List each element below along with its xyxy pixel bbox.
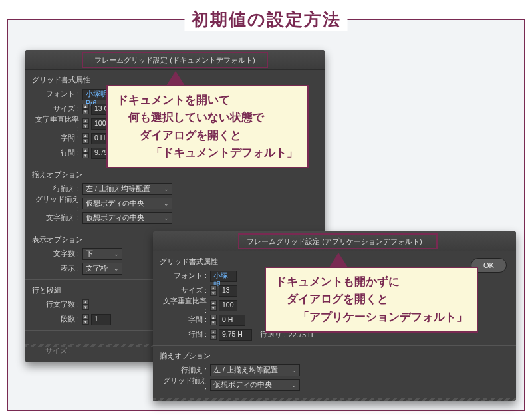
- align-heading: 揃えオプション: [32, 170, 325, 180]
- callout-line: ダイアログを開くと: [117, 127, 298, 144]
- chevron-down-icon: ⌄: [291, 367, 297, 374]
- main-title: 初期値の設定方法: [185, 8, 348, 31]
- line-gap-stepper[interactable]: ▴▾: [82, 148, 89, 158]
- callout-line: ドキュメントを開いて: [117, 92, 298, 109]
- title-highlight-box: [82, 52, 268, 68]
- char-count-select[interactable]: 下⌄: [82, 248, 122, 260]
- chevron-down-icon: ⌄: [114, 251, 119, 257]
- vscale-stepper[interactable]: ▴▾: [82, 118, 89, 129]
- chevron-down-icon: ⌄: [291, 382, 297, 388]
- grid-align-label: グリッド揃え :: [32, 195, 82, 212]
- display-value: 文字枠: [86, 264, 108, 273]
- grid-align-value: 仮想ボディの中央: [86, 199, 144, 208]
- vscale-label: 文字垂直比率 :: [32, 115, 82, 132]
- char-align-value: 仮想ボディの中央: [86, 213, 144, 223]
- vscale-stepper[interactable]: ▴▾: [210, 300, 217, 311]
- font-input[interactable]: 小塚明: [210, 271, 237, 282]
- line-align-select[interactable]: 左 / 上揃え均等配置⌄: [210, 364, 300, 376]
- font-label: フォント :: [32, 90, 82, 99]
- char-align-select[interactable]: 仮想ボディの中央⌄: [82, 212, 172, 224]
- vscale-label: 文字垂直比率 :: [160, 297, 210, 314]
- num-cols-stepper[interactable]: ▴▾: [82, 314, 89, 325]
- align-heading: 揃えオプション: [160, 351, 516, 361]
- char-align-label: 文字揃え :: [32, 213, 82, 223]
- char-count-label: 文字数 :: [32, 249, 82, 259]
- torn-edge-decoration: [153, 398, 516, 401]
- display-label: 表示 :: [32, 264, 82, 273]
- title-highlight-box: [238, 233, 438, 249]
- line-align-value: 左 / 上揃え均等配置: [86, 184, 150, 194]
- line-chars-stepper[interactable]: ▴▾: [82, 299, 89, 310]
- size-label: サイズ :: [160, 286, 210, 295]
- callout-line: ダイアログを開くと: [275, 291, 467, 308]
- size-label: サイズ :: [32, 104, 82, 114]
- aki-input[interactable]: 0 H: [219, 315, 245, 326]
- callout-line: 「ドキュメントデフォルト」: [117, 144, 298, 162]
- vscale-input[interactable]: 100: [219, 300, 237, 311]
- num-cols-input[interactable]: 1: [91, 314, 111, 325]
- chevron-down-icon: ⌄: [114, 265, 119, 272]
- callout-line: 「アプリケーションデフォルト」: [275, 309, 467, 326]
- chevron-down-icon: ⌄: [164, 200, 169, 207]
- aki-stepper[interactable]: ▴▾: [210, 315, 217, 325]
- arrow-up-icon: [329, 253, 348, 267]
- callout-application-default: ドキュメントも開かずに ダイアログを開くと 「アプリケーションデフォルト」: [265, 267, 478, 333]
- aki-label: 字間 :: [160, 315, 210, 325]
- callout-line: 何も選択していない状態で: [117, 109, 298, 126]
- display-select[interactable]: 文字枠⌄: [82, 263, 122, 275]
- callout-line: ドキュメントも開かずに: [275, 273, 467, 291]
- line-align-label: 行揃え :: [160, 366, 210, 375]
- grid-align-value: 仮想ボディの中央: [213, 380, 272, 390]
- grid-align-select[interactable]: 仮想ボディの中央⌄: [82, 198, 172, 210]
- line-gap-input[interactable]: 9.75 H: [219, 329, 252, 341]
- char-count-value: 下: [86, 249, 93, 259]
- line-gap-stepper[interactable]: ▴▾: [210, 329, 217, 340]
- aki-stepper[interactable]: ▴▾: [82, 133, 89, 144]
- line-align-label: 行揃え :: [32, 184, 82, 194]
- line-chars-label: 行文字数 :: [32, 300, 82, 309]
- callout-document-default: ドキュメントを開いて 何も選択していない状態で ダイアログを開くと 「ドキュメン…: [106, 85, 309, 168]
- size-stepper[interactable]: ▴▾: [210, 285, 217, 296]
- chevron-down-icon: ⌄: [164, 186, 169, 192]
- size-stepper[interactable]: ▴▾: [82, 104, 89, 114]
- line-gap-label: 行間 :: [160, 330, 210, 339]
- chevron-down-icon: ⌄: [164, 215, 169, 221]
- aki-label: 字間 :: [32, 134, 82, 143]
- size-input[interactable]: 13: [219, 285, 237, 297]
- line-gap-label: 行間 :: [32, 148, 82, 158]
- arrow-up-icon: [166, 71, 185, 86]
- grid-align-label: グリッド揃え :: [160, 376, 210, 394]
- line-align-select[interactable]: 左 / 上揃え均等配置⌄: [82, 183, 172, 195]
- line-align-value: 左 / 上揃え均等配置: [213, 366, 278, 375]
- font-label: フォント :: [160, 271, 210, 281]
- num-cols-label: 段数 :: [32, 315, 82, 324]
- grid-align-select[interactable]: 仮想ボディの中央⌄: [210, 379, 300, 391]
- footer-size-label: サイズ :: [45, 347, 71, 356]
